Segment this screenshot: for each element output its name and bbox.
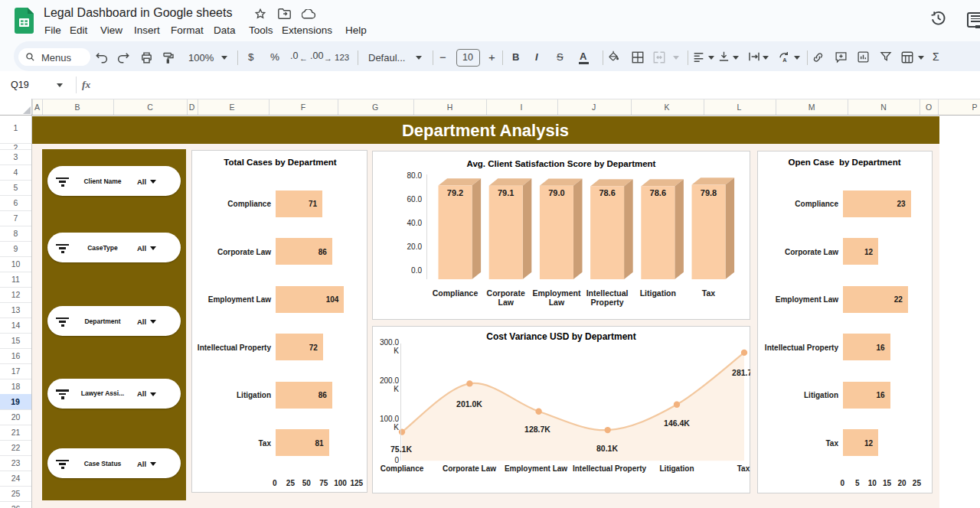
svg-text:A: A [782,57,787,63]
